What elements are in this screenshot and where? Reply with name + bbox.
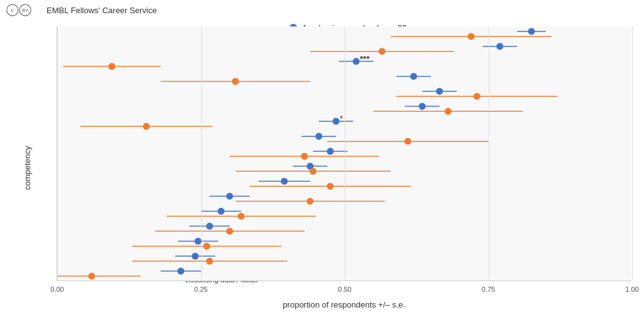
grid-line [489,26,489,280]
acad-dot [496,43,503,50]
acad-dot [192,253,199,260]
ind-dot [203,243,210,250]
svg-text:BY: BY [22,8,28,14]
ind-dot [226,228,233,235]
svg-rect-4 [32,4,42,16]
acad-dot [315,133,322,140]
grid-line [632,26,633,280]
ind-dot [238,213,245,219]
x-tick-label: 0.75 [482,286,495,293]
ind-dot [404,138,411,145]
x-axis-title: proportion of respondents +/– s.e. [57,300,631,309]
ind-dot [108,63,115,70]
ind-dot [309,168,316,175]
acad-dot [410,73,417,80]
grid-line [57,26,58,280]
acad-dot [436,88,443,95]
grid-line [201,26,202,280]
ind-dot [445,108,452,115]
acad-dot [226,192,233,199]
annotation-org: * [340,114,343,123]
x-tick-label: 0.50 [338,286,351,293]
grid-line [345,26,345,280]
acad-dot [353,58,360,65]
ind-dot [206,258,213,265]
x-tick-label: 0.00 [50,286,64,293]
acad-dot [206,223,213,230]
x-tick-label: 1.00 [625,286,638,293]
ind-dot [474,93,480,100]
ind-dot [307,197,314,204]
ind-dot [468,33,475,40]
acad-dot [333,118,340,125]
org-name: EMBL Fellows' Career Service [47,6,157,15]
acad-dot [419,103,426,110]
acad-dot [218,208,225,214]
acad-dot [177,268,184,275]
ind-dot [301,153,308,160]
ind-dot [88,273,95,280]
acad-dot [281,178,288,185]
acad-dot [327,148,334,155]
acad-dot [528,28,535,35]
plot-area: **** 0.000.250.500.751.00 [57,26,631,281]
annotation-sci-writing: *** [360,54,370,64]
ind-dot [327,183,334,190]
svg-text:c: c [11,7,14,14]
ind-dot [143,123,150,130]
ind-dot [232,78,239,85]
cc-icon: c BY [6,4,42,16]
x-tick-label: 0.25 [194,286,208,293]
ind-dot [379,48,386,55]
